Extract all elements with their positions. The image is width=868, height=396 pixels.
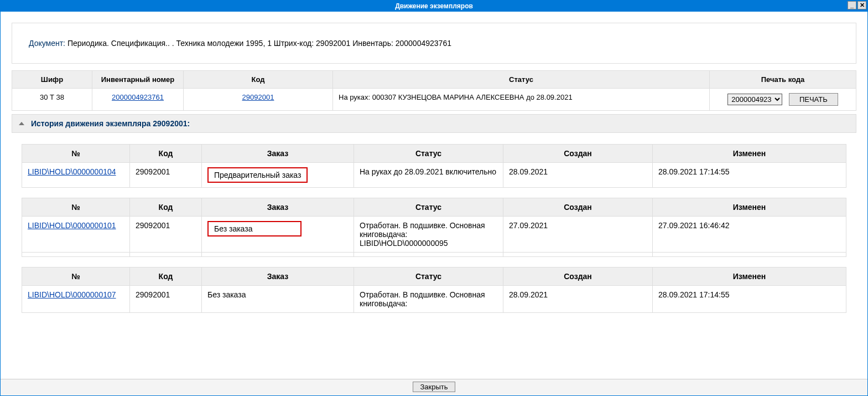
- empty-row: [22, 253, 846, 257]
- cell-code: 29092001: [130, 286, 202, 313]
- cell-code: 29092001: [184, 89, 333, 111]
- table-header-row: № Код Заказ Статус Создан Изменен: [22, 145, 846, 163]
- document-label: Документ:: [29, 39, 65, 48]
- accordion-title: История движения экземпляра 29092001:: [31, 119, 190, 128]
- scroll-content[interactable]: Документ: Периодика. Спецификация.. . Те…: [1, 12, 867, 379]
- header-print: Печать кода: [710, 71, 856, 89]
- inventory-link[interactable]: 2000004923761: [112, 93, 164, 101]
- cell-status: На руках: 000307 КУЗНЕЦОВА МАРИНА АЛЕКСЕ…: [333, 89, 710, 111]
- cell-order: Без заказа: [202, 217, 354, 253]
- cell-status: Отработан. В подшивке. Основная книговыд…: [354, 286, 503, 313]
- cell-num: LIBID\HOLD\0000000107: [22, 286, 130, 313]
- history-table: № Код Заказ Статус Создан Изменен LIBID\…: [22, 144, 846, 188]
- cell-num: LIBID\HOLD\0000000101: [22, 217, 130, 253]
- table-row: LIBID\HOLD\0000000107 29092001 Без заказ…: [22, 286, 846, 313]
- cell-created: 28.09.2021: [503, 163, 653, 188]
- table-header-row: Шифр Инвентарный номер Код Статус Печать…: [12, 71, 856, 89]
- cell-order: Без заказа: [202, 286, 354, 313]
- triangle-up-icon: [19, 122, 24, 125]
- title-bar: Движение экземпляров _ ✕: [1, 1, 867, 12]
- header-inventory: Инвентарный номер: [92, 71, 184, 89]
- cell-created: 27.09.2021: [503, 217, 653, 253]
- print-select[interactable]: 2000004923: [727, 94, 782, 105]
- header-status: Статус: [354, 198, 503, 217]
- header-order: Заказ: [202, 268, 354, 286]
- order-highlight: Предварительный заказ: [207, 167, 308, 183]
- history-container: № Код Заказ Статус Создан Изменен LIBID\…: [12, 133, 856, 313]
- cell-changed: 27.09.2021 16:46:42: [653, 217, 846, 253]
- cell-cipher: 30 Т 38: [12, 89, 92, 111]
- header-status: Статус: [354, 268, 503, 286]
- header-order: Заказ: [202, 198, 354, 217]
- close-button-footer[interactable]: Закрыть: [413, 382, 455, 392]
- table-row: 30 Т 38 2000004923761 29092001 На руках:…: [12, 89, 856, 111]
- history-table: № Код Заказ Статус Создан Изменен LIBID\…: [22, 198, 846, 257]
- header-code: Код: [184, 71, 333, 89]
- table-header-row: № Код Заказ Статус Создан Изменен: [22, 268, 846, 286]
- cell-created: 28.09.2021: [503, 286, 653, 313]
- header-num: №: [22, 198, 130, 217]
- table-header-row: № Код Заказ Статус Создан Изменен: [22, 198, 846, 217]
- close-button[interactable]: ✕: [857, 1, 866, 9]
- table-row: LIBID\HOLD\0000000104 29092001 Предварит…: [22, 163, 846, 188]
- header-code: Код: [130, 145, 202, 163]
- header-created: Создан: [503, 198, 653, 217]
- header-order: Заказ: [202, 145, 354, 163]
- header-changed: Изменен: [653, 198, 846, 217]
- header-num: №: [22, 145, 130, 163]
- cell-code: 29092001: [130, 217, 202, 253]
- header-num: №: [22, 268, 130, 286]
- accordion-header[interactable]: История движения экземпляра 29092001:: [12, 114, 856, 133]
- hold-link[interactable]: LIBID\HOLD\0000000104: [28, 167, 116, 176]
- hold-link[interactable]: LIBID\HOLD\0000000101: [28, 221, 116, 230]
- cell-print: 2000004923 ПЕЧАТЬ: [710, 89, 856, 111]
- cell-order: Предварительный заказ: [202, 163, 354, 188]
- main-table: Шифр Инвентарный номер Код Статус Печать…: [12, 70, 856, 111]
- cell-code: 29092001: [130, 163, 202, 188]
- cell-inventory: 2000004923761: [92, 89, 184, 111]
- document-info-box: Документ: Периодика. Спецификация.. . Те…: [12, 23, 856, 64]
- cell-status: На руках до 28.09.2021 включительно: [354, 163, 503, 188]
- table-row: LIBID\HOLD\0000000101 29092001 Без заказ…: [22, 217, 846, 253]
- header-cipher: Шифр: [12, 71, 92, 89]
- header-created: Создан: [503, 268, 653, 286]
- header-code: Код: [130, 268, 202, 286]
- cell-status: Отработан. В подшивке. Основная книговыд…: [354, 217, 503, 253]
- cell-num: LIBID\HOLD\0000000104: [22, 163, 130, 188]
- minimize-button[interactable]: _: [848, 1, 856, 9]
- history-table: № Код Заказ Статус Создан Изменен LIBID\…: [22, 267, 846, 313]
- header-status: Статус: [333, 71, 710, 89]
- header-changed: Изменен: [653, 268, 846, 286]
- cell-changed: 28.09.2021 17:14:55: [653, 286, 846, 313]
- document-text: Периодика. Спецификация.. . Техника моло…: [65, 39, 451, 48]
- content-inner: Документ: Периодика. Спецификация.. . Те…: [1, 12, 867, 328]
- header-status: Статус: [354, 145, 503, 163]
- footer-bar: Закрыть: [1, 379, 867, 395]
- hold-link[interactable]: LIBID\HOLD\0000000107: [28, 290, 116, 299]
- header-changed: Изменен: [653, 145, 846, 163]
- header-created: Создан: [503, 145, 653, 163]
- header-code: Код: [130, 198, 202, 217]
- code-link[interactable]: 29092001: [242, 93, 274, 101]
- print-button[interactable]: ПЕЧАТЬ: [789, 93, 838, 106]
- order-highlight: Без заказа: [207, 221, 302, 236]
- window-title: Движение экземпляров: [395, 2, 473, 10]
- window-controls: _ ✕: [848, 1, 866, 9]
- cell-changed: 28.09.2021 17:14:55: [653, 163, 846, 188]
- window: Движение экземпляров _ ✕ Документ: Перио…: [0, 0, 868, 396]
